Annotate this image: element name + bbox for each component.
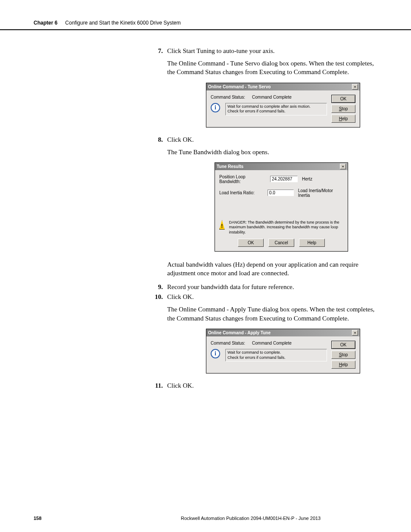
ok-button[interactable]: OK (331, 95, 355, 103)
close-icon[interactable]: × (340, 164, 346, 169)
step-7: 7. Click Start Tuning to auto-tune your … (34, 47, 377, 55)
page-content: 7. Click Start Tuning to auto-tune your … (0, 30, 411, 389)
page-header: Chapter 6 Configure and Start the Kineti… (0, 0, 411, 30)
step-text: Record your bandwidth data for future re… (167, 283, 377, 291)
tune-results-dialog: Tune Results × Position Loop Bandwidth: … (215, 162, 348, 252)
publication-info: Rockwell Automation Publication 2094-UM0… (124, 516, 377, 521)
stop-button[interactable]: Stop (331, 351, 355, 359)
load-inertia-input[interactable]: 0.0 (268, 190, 294, 196)
cancel-button[interactable]: Cancel (268, 239, 294, 247)
chapter-label: Chapter 6 (34, 20, 57, 26)
step-text: Click OK. (167, 136, 377, 143)
ok-button[interactable]: OK (331, 341, 355, 349)
step-number: 10. (34, 293, 163, 301)
load-inertia-unit: Load Inertia/Motor Inertia (298, 188, 343, 198)
position-bandwidth-input[interactable]: 24.202887 (270, 176, 298, 182)
dialog-title: Online Command - Tune Servo (208, 84, 271, 89)
step-number: 11. (34, 382, 163, 389)
danger-text: DANGER: The Bandwidth determined by the … (229, 220, 343, 235)
status-label: Command Status: (211, 95, 245, 100)
apply-tune-dialog: Online Command - Apply Tune × Command St… (206, 329, 360, 373)
help-button[interactable]: Help (331, 115, 355, 123)
chapter-title: Configure and Start the Kinetix 6000 Dri… (65, 20, 181, 26)
paragraph: The Online Command - Apply Tune dialog b… (167, 305, 377, 323)
info-icon: i (211, 103, 223, 115)
ok-button[interactable]: OK (238, 239, 264, 247)
step-number: 9. (34, 283, 163, 291)
step-text: Click OK. (167, 382, 377, 389)
dialog-title: Tune Results (217, 164, 243, 169)
status-label: Command Status: (211, 341, 245, 345)
help-button[interactable]: Help (299, 239, 325, 247)
help-button[interactable]: Help (331, 361, 355, 369)
dialog-titlebar: Online Command - Apply Tune × (206, 329, 360, 336)
dialog-titlebar: Online Command - Tune Servo × (206, 83, 360, 90)
step-8: 8. Click OK. (34, 136, 377, 143)
step-text: Click OK. (167, 293, 377, 301)
step-number: 7. (34, 47, 163, 55)
step-10: 10. Click OK. (34, 293, 377, 301)
step-9: 9. Record your bandwidth data for future… (34, 283, 377, 291)
page-number: 158 (34, 516, 124, 521)
tune-servo-dialog: Online Command - Tune Servo × Command St… (206, 83, 360, 128)
step-11: 11. Click OK. (34, 382, 377, 389)
status-value: Command Complete (252, 95, 292, 100)
status-value: Command Complete (252, 341, 292, 345)
close-icon[interactable]: × (352, 330, 358, 336)
dialog-titlebar: Tune Results × (215, 163, 348, 170)
warning-icon: ! (219, 220, 225, 230)
load-inertia-label: Load Inertia Ratio: (219, 190, 263, 195)
stop-button[interactable]: Stop (331, 105, 355, 113)
position-bandwidth-unit: Hertz (302, 177, 312, 181)
info-text: Wait for command to complete. Check for … (225, 349, 327, 361)
page-footer: 158 Rockwell Automation Publication 2094… (34, 516, 377, 521)
paragraph: Actual bandwidth values (Hz) depend on y… (167, 260, 377, 278)
info-icon: i (211, 349, 223, 361)
paragraph: The Tune Bandwidth dialog box opens. (167, 148, 377, 156)
dialog-body: Command Status: Command Complete i Wait … (206, 90, 360, 127)
position-bandwidth-label: Position Loop Bandwidth: (219, 174, 266, 184)
step-number: 8. (34, 136, 163, 143)
close-icon[interactable]: × (352, 84, 358, 90)
step-text: Click Start Tuning to auto-tune your axi… (167, 47, 377, 55)
paragraph: The Online Command - Tune Servo dialog b… (167, 59, 377, 77)
dialog-title: Online Command - Apply Tune (208, 330, 271, 335)
info-text: Wait for command to complete after axis … (225, 103, 327, 115)
dialog-body: Command Status: Command Complete i Wait … (206, 336, 360, 373)
dialog-body: Position Loop Bandwidth: 24.202887 Hertz… (215, 170, 348, 251)
